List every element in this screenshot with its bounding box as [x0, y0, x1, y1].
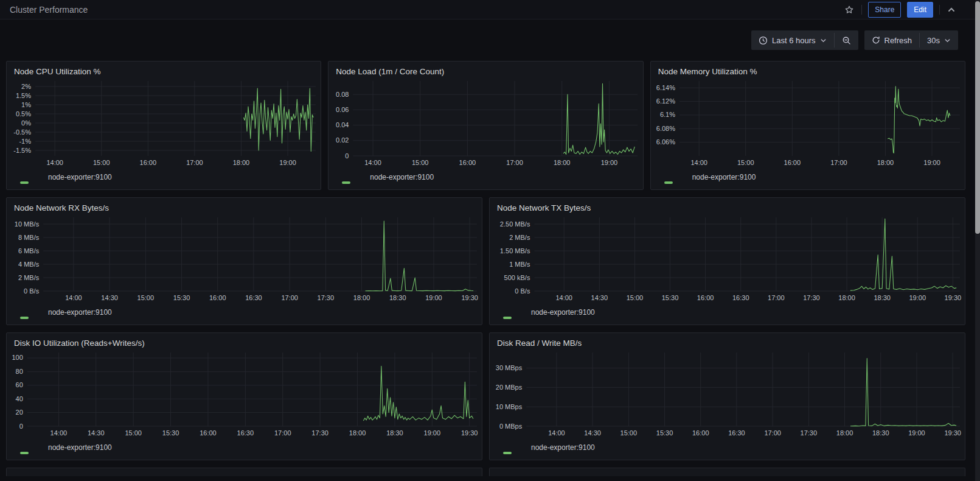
zoom-out-button[interactable] [835, 30, 858, 50]
panel-network-rx: Node Network RX Bytes/s 14:0014:3015:001… [6, 197, 482, 325]
dashboard-toolbar: Last 6 hours Refresh 30s [0, 19, 980, 50]
time-series-chart[interactable]: 14:0014:3015:0015:3016:0016:3017:0017:30… [7, 349, 482, 440]
svg-text:16:30: 16:30 [245, 294, 262, 301]
legend-item[interactable]: node-exporter:9100 [7, 304, 482, 325]
svg-text:1.50 MB/s: 1.50 MB/s [500, 247, 530, 255]
svg-text:0 B/s: 0 B/s [515, 287, 530, 295]
svg-text:19:00: 19:00 [424, 429, 441, 437]
star-icon [844, 5, 854, 15]
svg-text:14:00: 14:00 [65, 294, 82, 301]
svg-text:18:00: 18:00 [838, 294, 855, 301]
panel-title[interactable]: Node Network TX Bytes/s [490, 198, 965, 214]
svg-text:16:00: 16:00 [209, 294, 226, 301]
time-range-button[interactable]: Last 6 hours [751, 30, 834, 50]
svg-text:15:30: 15:30 [162, 429, 179, 437]
svg-text:18:00: 18:00 [233, 159, 250, 166]
svg-text:6 MB/s: 6 MB/s [18, 247, 40, 255]
panel-title[interactable]: Node Network RX Bytes/s [7, 198, 482, 214]
svg-text:0%: 0% [21, 119, 31, 127]
series-name: node-exporter:9100 [48, 173, 112, 181]
svg-text:14:00: 14:00 [365, 159, 382, 166]
svg-text:17:30: 17:30 [803, 294, 820, 301]
svg-text:18:00: 18:00 [349, 429, 366, 437]
series-color-swatch [20, 317, 29, 319]
chevron-up-icon [947, 5, 956, 14]
time-range-label: Last 6 hours [772, 36, 816, 45]
svg-text:0.02: 0.02 [336, 136, 349, 144]
svg-text:-1.5%: -1.5% [13, 147, 31, 154]
refresh-group: Refresh 30s [864, 30, 959, 50]
svg-text:16:00: 16:00 [697, 294, 714, 301]
svg-text:0.04: 0.04 [336, 121, 349, 128]
svg-text:2%: 2% [21, 83, 31, 90]
svg-text:15:00: 15:00 [620, 429, 638, 437]
header-actions: Share Edit [843, 2, 957, 18]
legend-item[interactable]: node-exporter:9100 [7, 169, 321, 189]
svg-text:14:30: 14:30 [591, 294, 608, 301]
panel-partial [6, 468, 482, 476]
svg-text:6.14%: 6.14% [656, 84, 675, 91]
time-series-chart[interactable]: 14:0014:3015:0015:3016:0016:3017:0017:30… [490, 349, 965, 440]
svg-text:17:30: 17:30 [318, 294, 335, 301]
panel-title[interactable]: Node CPU Utilization % [7, 61, 321, 77]
svg-text:17:00: 17:00 [764, 429, 781, 437]
svg-text:19:00: 19:00 [425, 294, 442, 301]
series-name: node-exporter:9100 [48, 443, 112, 452]
svg-text:1.5%: 1.5% [16, 92, 31, 99]
svg-text:14:00: 14:00 [548, 429, 565, 437]
svg-text:17:00: 17:00 [507, 159, 524, 166]
panel-disk-rw: Disk Read / Write MB/s 14:0014:3015:0015… [489, 332, 965, 460]
refresh-interval-label: 30s [927, 36, 940, 45]
panel-title[interactable]: Disk IO Utilization (Reads+Writes/s) [7, 333, 482, 349]
time-series-chart[interactable]: 14:0015:0016:0017:0018:0019:006.14%6.12%… [651, 77, 965, 169]
svg-text:1%: 1% [21, 101, 31, 108]
svg-text:2 MB/s: 2 MB/s [18, 274, 40, 281]
chevron-down-icon [820, 37, 827, 44]
panel-title[interactable]: Disk Read / Write MB/s [490, 333, 965, 349]
legend-item[interactable]: node-exporter:9100 [490, 304, 965, 325]
edit-button[interactable]: Edit [907, 2, 933, 18]
svg-text:16:30: 16:30 [728, 429, 745, 437]
svg-text:4 MB/s: 4 MB/s [18, 261, 40, 268]
legend-item[interactable]: node-exporter:9100 [490, 440, 965, 460]
legend-item[interactable]: node-exporter:9100 [651, 169, 965, 189]
refresh-interval-button[interactable]: 30s [920, 30, 958, 50]
series-name: node-exporter:9100 [531, 443, 595, 452]
svg-text:19:00: 19:00 [923, 159, 940, 166]
series-color-swatch [20, 181, 29, 184]
star-button[interactable] [843, 4, 855, 16]
svg-text:1 MB/s: 1 MB/s [509, 261, 530, 268]
refresh-button[interactable]: Refresh [864, 30, 920, 50]
time-series-chart[interactable]: 14:0014:3015:0015:3016:0016:3017:0017:30… [7, 214, 482, 304]
svg-text:14:30: 14:30 [88, 429, 105, 437]
svg-text:17:00: 17:00 [186, 159, 203, 166]
svg-text:17:00: 17:00 [274, 429, 291, 437]
panel-title[interactable]: Node Load (1m / Core Count) [328, 61, 642, 77]
svg-text:60: 60 [16, 381, 23, 388]
panel-node-cpu: Node CPU Utilization % 14:0015:0016:0017… [6, 61, 321, 190]
panel-partial [489, 468, 965, 476]
series-name: node-exporter:9100 [370, 173, 434, 181]
time-series-chart[interactable]: 14:0014:3015:0015:3016:0016:3017:0017:30… [490, 214, 965, 304]
series-color-swatch [664, 181, 673, 184]
vertical-scrollbar[interactable] [975, 0, 980, 481]
svg-text:0 MBps: 0 MBps [499, 423, 523, 430]
panel-title[interactable]: Node Memory Utilization % [651, 61, 965, 77]
legend-item[interactable]: node-exporter:9100 [328, 169, 642, 189]
svg-text:15:00: 15:00 [137, 294, 155, 301]
time-series-chart[interactable]: 14:0015:0016:0017:0018:0019:000.080.060.… [328, 77, 642, 169]
svg-text:15:00: 15:00 [93, 159, 110, 166]
svg-text:18:30: 18:30 [874, 294, 891, 301]
svg-text:2 MB/s: 2 MB/s [509, 234, 530, 241]
svg-text:500 kB/s: 500 kB/s [504, 274, 530, 281]
zoom-out-icon [842, 36, 851, 45]
svg-text:19:30: 19:30 [945, 294, 962, 301]
svg-text:15:30: 15:30 [656, 429, 673, 437]
time-series-chart[interactable]: 14:0015:0016:0017:0018:0019:002%1.5%1%0.… [7, 77, 321, 169]
legend-item[interactable]: node-exporter:9100 [7, 440, 482, 460]
svg-text:0: 0 [19, 423, 23, 430]
scrollbar-thumb[interactable] [975, 1, 980, 234]
header-divider [861, 5, 862, 15]
share-button[interactable]: Share [868, 2, 901, 18]
collapse-header-button[interactable] [946, 4, 957, 15]
